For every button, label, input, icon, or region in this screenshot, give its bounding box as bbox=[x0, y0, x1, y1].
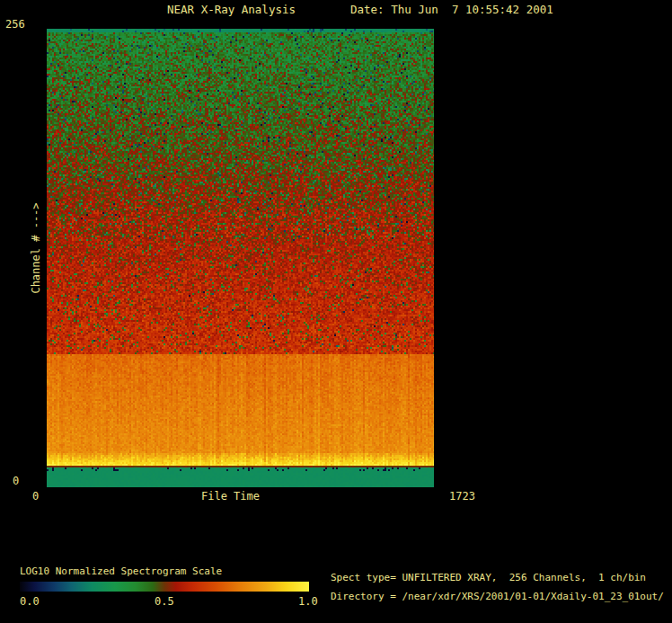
y-axis-min-tick: 0 bbox=[13, 476, 19, 487]
y-axis-label: Channel # ---> bbox=[31, 172, 43, 325]
spectrogram-image bbox=[47, 29, 434, 487]
app-window: NEAR X-Ray Analysis Date: Thu Jun 7 10:5… bbox=[0, 0, 672, 623]
x-axis-max-tick: 1723 bbox=[449, 491, 475, 503]
directory-text: Directory = /near/xdr/XRS/2001/01-01/Xda… bbox=[331, 592, 664, 602]
colorbar-gradient bbox=[20, 582, 309, 592]
colorbar-tick-max: 1.0 bbox=[298, 596, 318, 608]
y-axis-max-tick: 256 bbox=[5, 19, 25, 31]
colorbar-tick-min: 0.0 bbox=[20, 596, 40, 608]
plot-date: Date: Thu Jun 7 10:55:42 2001 bbox=[350, 4, 553, 16]
spect-type-text: Spect type= UNFILTERED XRAY, 256 Channel… bbox=[331, 573, 646, 583]
plot-title: NEAR X-Ray Analysis bbox=[167, 4, 296, 16]
x-axis-label: File Time bbox=[201, 491, 260, 503]
colorbar-tick-mid: 0.5 bbox=[155, 596, 174, 608]
x-axis-min-tick: 0 bbox=[32, 491, 39, 503]
colorbar-title: LOG10 Normalized Spectrogram Scale bbox=[20, 566, 222, 577]
